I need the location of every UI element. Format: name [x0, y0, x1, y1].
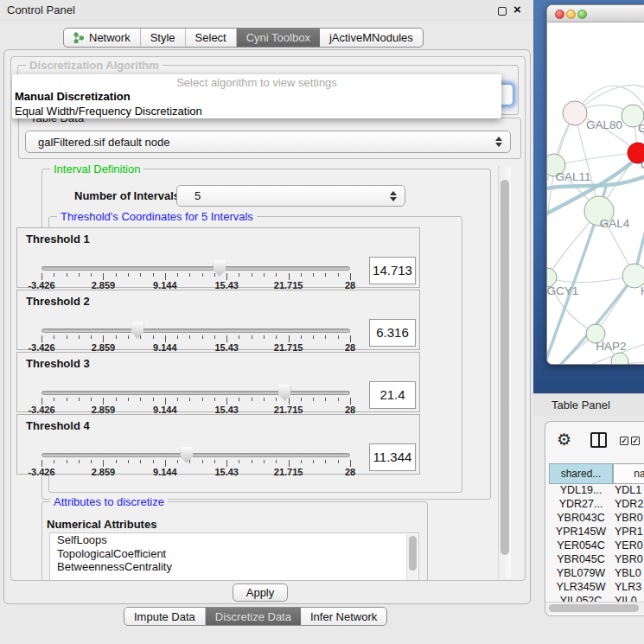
tick-mark — [214, 460, 215, 463]
threshold-2-value-field[interactable]: 6.316 — [369, 319, 416, 347]
tick-mark — [350, 273, 351, 280]
number-of-intervals-combobox[interactable]: 5 — [176, 185, 405, 207]
network-node-label: HAP2 — [596, 340, 626, 353]
cell-name[interactable]: YLR3 — [615, 581, 644, 593]
tick-mark — [239, 273, 239, 277]
tab-jactivemnodules[interactable]: jActiveMNodules — [320, 29, 423, 47]
group-title: Threshold's Coordinates for 5 Intervals — [57, 210, 257, 223]
list-scrollbar[interactable] — [406, 534, 418, 581]
attribute-list-item[interactable]: BetweennessCentrality — [50, 560, 418, 574]
tab-impute-data[interactable]: Impute Data — [124, 608, 206, 625]
scrollbar-thumb[interactable] — [549, 604, 639, 612]
cell-shared-name[interactable]: YBL079W — [549, 567, 613, 579]
cell-shared-name[interactable]: YDR27... — [549, 498, 613, 510]
threshold-3-slider[interactable] — [41, 391, 350, 395]
attribute-list-item[interactable]: TopologicalCoefficient — [50, 547, 418, 561]
cell-name[interactable]: YDR2 — [615, 498, 644, 510]
discretize-data-panel: Discretization Algorithm Select algorith… — [10, 56, 526, 581]
tick-mark — [239, 398, 239, 401]
network-view-window: GAL80GACGAL11GAL4GCY1HHAP2 — [546, 4, 644, 365]
popup-option-manual[interactable]: Manual Discretization — [12, 89, 501, 104]
column-header-name[interactable]: na — [613, 463, 644, 484]
minimize-traffic-light-icon[interactable] — [566, 10, 576, 19]
tick-mark — [226, 460, 227, 467]
threshold-3-value-field[interactable]: 21.4 — [369, 381, 416, 409]
table-horizontal-scrollbar[interactable] — [545, 602, 644, 613]
column-header-shared-name[interactable]: shared... — [549, 463, 613, 484]
table-row[interactable]: YBR043CYBR0 — [545, 512, 644, 526]
scrollbar-thumb[interactable] — [501, 180, 509, 555]
cell-name[interactable]: YER0 — [615, 539, 644, 552]
tick-mark — [140, 460, 141, 463]
table-data-combobox[interactable]: galFiltered.sif default node — [25, 131, 511, 153]
tick-mark — [140, 273, 141, 277]
tick-mark — [264, 273, 265, 277]
table-row[interactable]: YLR345WYLR3 — [545, 581, 644, 595]
checkbox-icon[interactable]: ✓ — [620, 437, 628, 445]
slider-tick-labels: -3.4262.8599.14415.4321.71528 — [41, 467, 350, 477]
table-row[interactable]: YBL079WYBL0 — [545, 567, 644, 581]
tick-label: 15.43 — [214, 467, 239, 477]
tab-select[interactable]: Select — [186, 29, 237, 47]
tick-mark — [103, 460, 104, 467]
zoom-traffic-light-icon[interactable] — [577, 10, 587, 19]
float-panel-icon[interactable] — [498, 7, 507, 16]
top-tab-bar: Network Style Select Cyni Toolbox jActiv… — [63, 28, 424, 48]
attribute-list-item[interactable]: SelfLoops — [50, 533, 418, 547]
tick-mark — [202, 398, 203, 401]
table-row[interactable]: YBR045CYBR0 — [545, 553, 644, 567]
gear-icon[interactable]: ⚙ — [557, 430, 571, 450]
group-title: Attributes to discretize — [50, 495, 168, 508]
cell-name[interactable]: YBR0 — [615, 553, 644, 565]
cell-shared-name[interactable]: YPR145W — [549, 526, 613, 538]
threshold-4-value-field[interactable]: 11.344 — [369, 443, 416, 471]
stepper-arrows-icon — [495, 137, 502, 147]
network-edge — [548, 276, 634, 283]
threshold-4-slider[interactable] — [41, 453, 350, 457]
apply-button[interactable]: Apply — [233, 583, 288, 602]
popup-placeholder[interactable]: Select algorithm to view settings — [12, 76, 501, 89]
tick-mark — [252, 460, 252, 463]
checkbox-icon[interactable]: ✓ — [631, 437, 640, 445]
cell-name[interactable]: YDL1 — [615, 484, 644, 496]
cell-shared-name[interactable]: YBR045C — [549, 553, 613, 565]
tab-network[interactable]: Network — [64, 29, 141, 47]
tab-style[interactable]: Style — [141, 29, 186, 47]
network-window-titlebar[interactable] — [547, 5, 644, 22]
table-row[interactable]: YDL19...YDL1 — [545, 484, 644, 498]
close-icon[interactable]: × — [513, 2, 521, 16]
tick-mark — [79, 460, 80, 463]
cell-shared-name[interactable]: YBR043C — [549, 512, 613, 524]
threshold-label: Threshold 3 — [26, 357, 90, 370]
panel-scrollbar[interactable] — [498, 166, 511, 579]
table-row[interactable]: YDR27...YDR2 — [545, 498, 644, 512]
threshold-1-slider[interactable] — [41, 266, 350, 271]
tab-discretize-data[interactable]: Discretize Data — [206, 608, 301, 625]
table-row[interactable]: YPR145WYPR1 — [545, 526, 644, 539]
cell-shared-name[interactable]: YER054C — [549, 539, 613, 552]
cell-name[interactable]: YBR0 — [615, 512, 644, 524]
table-row[interactable]: YER054CYER0 — [545, 539, 644, 553]
cell-shared-name[interactable]: YLR345W — [549, 581, 613, 593]
cell-name[interactable]: YPR1 — [615, 526, 644, 538]
split-columns-icon[interactable] — [590, 432, 607, 448]
network-node-label: GAL4 — [600, 217, 630, 230]
threshold-2-row: Threshold 2 -3.4262.8599.14415.4321.7152… — [16, 290, 420, 350]
cell-shared-name[interactable]: YDL19... — [549, 484, 613, 496]
tab-infer-network[interactable]: Infer Network — [301, 608, 386, 625]
tick-mark — [289, 460, 290, 467]
network-canvas[interactable]: GAL80GACGAL11GAL4GCY1HHAP2 — [547, 22, 644, 365]
network-node-gal80[interactable] — [563, 101, 587, 125]
network-node-label: C — [641, 158, 644, 171]
control-panel-titlebar: Control Panel × — [0, 0, 533, 21]
scrollbar-thumb[interactable] — [409, 536, 417, 571]
popup-option-equal-width[interactable]: Equal Width/Frequency Discretization — [12, 104, 501, 118]
tick-mark — [189, 398, 190, 401]
tick-mark — [350, 398, 351, 405]
threshold-2-slider[interactable] — [41, 328, 350, 333]
threshold-1-value-field[interactable]: 14.713 — [369, 257, 416, 284]
cell-name[interactable]: YBL0 — [615, 567, 644, 579]
close-traffic-light-icon[interactable] — [555, 10, 564, 19]
tab-cyni-toolbox[interactable]: Cyni Toolbox — [237, 29, 320, 47]
tab-label: Select — [195, 29, 226, 47]
